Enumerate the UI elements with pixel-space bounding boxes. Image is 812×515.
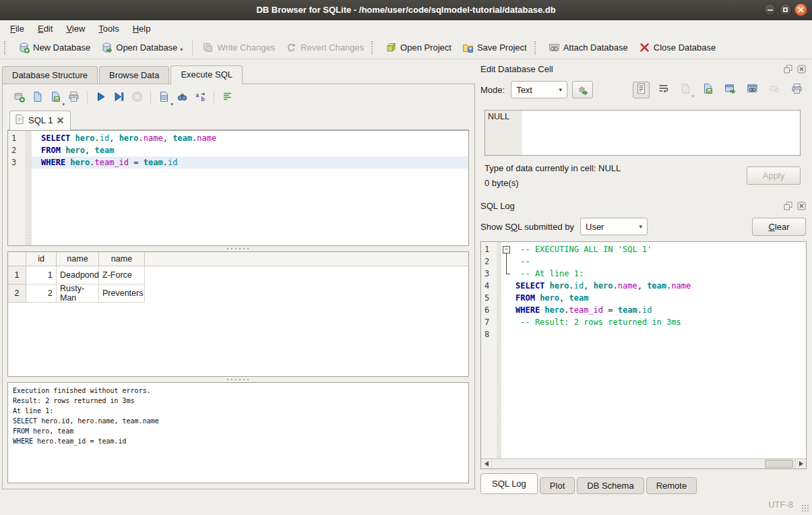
toolbar-button-attach-database[interactable]: Attach Database: [543, 38, 633, 57]
table-header-cell[interactable]: name: [57, 252, 99, 266]
log-code-line[interactable]: [516, 328, 806, 340]
toolbar-button-open-project[interactable]: Open Project: [380, 38, 457, 57]
sql-tab[interactable]: SQL 1: [9, 111, 71, 130]
sql-editor[interactable]: 123 SELECT hero.id, hero.name, team.name…: [7, 130, 469, 246]
table-cell[interactable]: Preventers: [99, 284, 145, 303]
log-code-line[interactable]: -- Result: 2 rows returned in 3ms: [516, 316, 806, 328]
bottom-tab-db-schema[interactable]: DB Schema: [577, 477, 644, 494]
toolbar-button-close-database[interactable]: Close Database: [633, 38, 722, 57]
editor-code-line[interactable]: SELECT hero.id, hero.name, team.name: [32, 132, 468, 144]
menu-item-help[interactable]: Help: [126, 22, 158, 36]
tab-browse-data[interactable]: Browse Data: [99, 66, 169, 84]
log-code-line[interactable]: SELECT hero.id, hero.name, team.name: [516, 280, 806, 292]
export-data-button[interactable]: [722, 82, 739, 98]
scroll-left-arrow-icon[interactable]: [481, 459, 492, 468]
dropdown-arrow-icon[interactable]: ▾: [180, 47, 183, 53]
stop-execution-button[interactable]: [128, 89, 146, 107]
log-code-line[interactable]: -- EXECUTING ALL IN 'SQL 1': [516, 243, 806, 255]
toolbar-button-write-changes[interactable]: Write Changes: [197, 38, 280, 57]
bottom-tab-remote[interactable]: Remote: [646, 477, 697, 494]
scrollbar-track[interactable]: [492, 459, 795, 468]
table-row-header[interactable]: 2: [8, 284, 26, 303]
find-replace-button[interactable]: ab: [191, 89, 210, 107]
table-row[interactable]: 22Rusty-ManPreventers: [8, 284, 468, 303]
open-sql-file-button[interactable]: [28, 89, 46, 107]
toolbar-button-revert-changes[interactable]: Revert Changes: [280, 38, 369, 57]
log-horizontal-scrollbar[interactable]: [481, 458, 806, 468]
bottom-tab-plot[interactable]: Plot: [540, 477, 575, 494]
table-header-cell[interactable]: id: [26, 252, 57, 266]
print-sql-button[interactable]: [65, 89, 83, 107]
editor-code-area[interactable]: SELECT hero.id, hero.name, team.nameFROM…: [32, 131, 468, 245]
log-filter-select[interactable]: User ▾: [580, 218, 648, 235]
fold-marker-box[interactable]: [501, 243, 511, 255]
dock-float-button[interactable]: [783, 201, 793, 211]
save-data-button[interactable]: [699, 82, 716, 98]
toolbar-button-save-project[interactable]: Save Project: [457, 38, 532, 57]
mode-select[interactable]: Text ▾: [511, 81, 567, 98]
set-link-button[interactable]: [744, 82, 761, 98]
minimize-button[interactable]: [763, 3, 776, 16]
table-cell[interactable]: 2: [26, 284, 57, 303]
editor-code-line[interactable]: FROM hero, team: [32, 144, 468, 156]
bottom-tab-sql-log[interactable]: SQL Log: [480, 473, 538, 494]
dock-close-button[interactable]: [797, 201, 807, 211]
tab-execute-sql[interactable]: Execute SQL: [170, 65, 243, 84]
menu-item-view[interactable]: View: [59, 22, 92, 36]
toolbar-button-open-database[interactable]: Open Database▾: [96, 38, 188, 57]
auto-mode-gear-button[interactable]: [572, 81, 593, 98]
log-code-line[interactable]: FROM hero, team: [516, 292, 806, 304]
maximize-button[interactable]: [779, 3, 792, 16]
apply-button[interactable]: Apply: [747, 166, 801, 185]
find-button[interactable]: [173, 89, 191, 107]
results-status-splitter[interactable]: [7, 377, 469, 382]
set-null-button[interactable]: [766, 82, 783, 98]
tab-database-structure[interactable]: Database Structure: [2, 66, 98, 84]
clear-log-button[interactable]: Clear: [752, 218, 806, 236]
cell-value-editor[interactable]: NULL: [485, 110, 801, 156]
log-code-line[interactable]: -- At line 1:: [516, 268, 806, 280]
log-code-area[interactable]: -- EXECUTING ALL IN 'SQL 1' -- -- At lin…: [511, 242, 806, 458]
format-sql-button[interactable]: [218, 89, 237, 107]
table-header-cell[interactable]: name: [99, 252, 145, 266]
execute-all-button[interactable]: [92, 89, 110, 107]
dock-float-button[interactable]: [783, 64, 793, 74]
table-cell[interactable]: 1: [26, 266, 57, 284]
sql-token: team_id: [95, 158, 129, 167]
sql-tab-close-icon[interactable]: [57, 115, 63, 125]
export-results-button[interactable]: ▾: [155, 89, 173, 107]
toolbar-button-new-database[interactable]: New Database: [13, 38, 96, 57]
resize-grip[interactable]: [801, 504, 809, 512]
menu-item-edit[interactable]: Edit: [31, 22, 59, 36]
table-row-header[interactable]: 1: [8, 266, 26, 284]
editor-results-splitter[interactable]: [7, 246, 469, 251]
save-sql-file-button[interactable]: ▾: [46, 89, 65, 107]
dock-close-button[interactable]: [797, 64, 807, 74]
table-corner-header[interactable]: [8, 252, 26, 266]
menu-item-tools[interactable]: Tools: [92, 22, 125, 36]
svg-text:a: a: [196, 92, 199, 98]
table-cell[interactable]: Z-Force: [99, 266, 145, 284]
close-button[interactable]: [794, 3, 807, 16]
new-sql-tab-button[interactable]: [10, 89, 28, 107]
import-data-button[interactable]: ▾: [677, 82, 694, 98]
print-cell-button[interactable]: [788, 82, 805, 98]
sql-log-editor[interactable]: 12345678 -- EXECUTING ALL IN 'SQL 1' -- …: [480, 241, 807, 469]
log-line-numbers: 12345678: [481, 242, 497, 458]
editor-code-line[interactable]: WHERE hero.team_id = team.id: [32, 156, 468, 169]
execution-status-box[interactable]: Execution finished without errors. Resul…: [7, 382, 469, 483]
log-code-line[interactable]: --: [516, 255, 806, 268]
toolbar-handle[interactable]: [371, 41, 377, 55]
toolbar-handle[interactable]: [4, 41, 9, 55]
table-cell[interactable]: Deadpond: [57, 266, 99, 284]
menu-item-file[interactable]: File: [3, 22, 31, 36]
toolbar-handle[interactable]: [534, 41, 540, 55]
execute-current-line-button[interactable]: [110, 89, 128, 107]
scroll-right-arrow-icon[interactable]: [795, 459, 806, 468]
table-row[interactable]: 11DeadpondZ-Force: [8, 266, 468, 284]
word-wrap-button[interactable]: [655, 82, 672, 98]
table-cell[interactable]: Rusty-Man: [57, 284, 99, 303]
scrollbar-thumb[interactable]: [765, 460, 793, 468]
log-code-line[interactable]: WHERE hero.team_id = team.id: [516, 304, 806, 316]
text-mode-button[interactable]: [633, 82, 650, 98]
